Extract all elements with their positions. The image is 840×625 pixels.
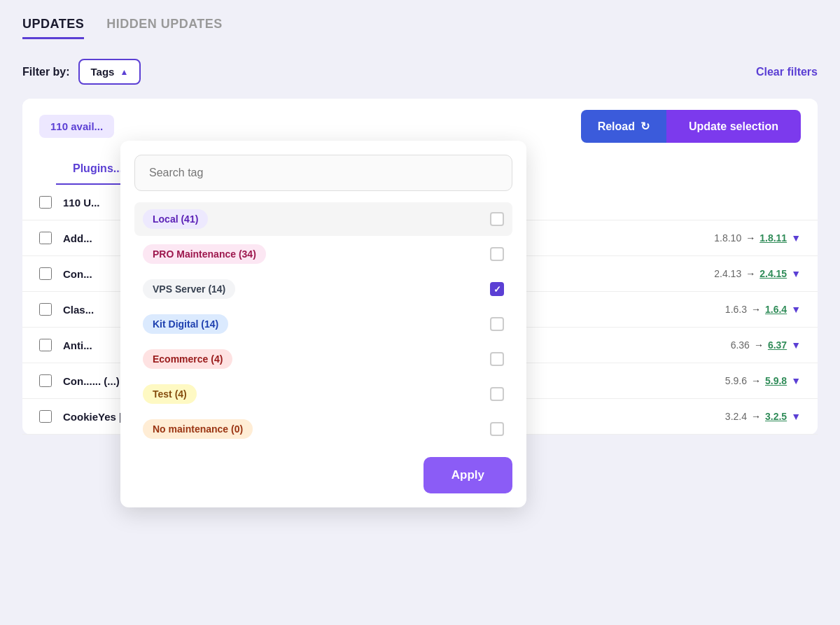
tag-badge-vps-server: VPS Server (14) <box>143 279 235 299</box>
version-to-4: 1.6.4 <box>765 304 787 315</box>
row-checkbox-7[interactable] <box>39 410 52 423</box>
version-to-5: 6.37 <box>768 339 787 351</box>
tag-item-ecommerce[interactable]: Ecommerce (4) <box>134 342 512 376</box>
row-checkbox-3[interactable] <box>39 267 52 280</box>
tag-item-kit-digital[interactable]: Kit Digital (14) <box>134 307 512 341</box>
version-info-4: 1.6.3 → 1.6.4 ▼ <box>725 304 801 315</box>
version-from-7: 3.2.4 <box>725 411 747 422</box>
tag-badge-pro-maintenance: PRO Maintenance (34) <box>143 244 266 264</box>
arrow-icon-6: → <box>751 375 761 386</box>
dropdown-arrow-6[interactable]: ▼ <box>791 375 801 386</box>
search-input-wrap <box>134 155 512 191</box>
tab-updates[interactable]: UPDATES <box>22 17 84 39</box>
version-info-3: 2.4.13 → 2.4.15 ▼ <box>714 268 801 279</box>
arrow-icon-5: → <box>754 339 764 351</box>
version-from-4: 1.6.3 <box>725 304 747 315</box>
row-checkbox-4[interactable] <box>39 303 52 316</box>
available-count: 110 avail... <box>39 115 114 138</box>
row-checkbox-5[interactable] <box>39 339 52 351</box>
reload-label: Reload <box>598 120 635 133</box>
version-from-2: 1.8.10 <box>714 232 741 244</box>
tag-checkbox-kit-digital[interactable] <box>490 317 504 331</box>
plugins-label: Plugins... <box>73 162 122 174</box>
dropdown-arrow-4[interactable]: ▼ <box>791 304 801 315</box>
tag-item-pro-maintenance[interactable]: PRO Maintenance (34) <box>134 237 512 271</box>
dropdown-arrow-7[interactable]: ▼ <box>791 411 801 422</box>
arrow-icon-7: → <box>751 411 761 422</box>
tag-checkbox-no-maintenance[interactable] <box>490 422 504 436</box>
version-from-3: 2.4.13 <box>714 268 741 279</box>
dropdown-arrow-3[interactable]: ▼ <box>791 268 801 279</box>
apply-row: Apply <box>134 457 512 493</box>
version-info-6: 5.9.6 → 5.9.8 ▼ <box>725 375 801 386</box>
action-buttons: Reload ↻ Update selection <box>581 110 801 143</box>
row-checkbox-1[interactable] <box>39 196 52 209</box>
chevron-up-icon: ▲ <box>120 67 128 77</box>
version-to-2: 1.8.11 <box>760 232 787 244</box>
arrow-icon-3: → <box>746 268 755 279</box>
filter-bar: Filter by: Tags ▲ Clear filters <box>22 59 818 85</box>
main-content: 110 avail... Reload ↻ Update selection P… <box>22 99 818 435</box>
apply-button[interactable]: Apply <box>424 457 512 493</box>
version-from-5: 6.36 <box>731 339 750 351</box>
tag-badge-kit-digital: Kit Digital (14) <box>143 314 228 334</box>
tags-button-label: Tags <box>91 66 115 78</box>
tags-dropdown: Local (41) PRO Maintenance (34) VPS Serv… <box>120 141 526 507</box>
reload-icon: ↻ <box>640 120 650 133</box>
tab-hidden-updates[interactable]: HIDDEN UPDATES <box>106 17 223 39</box>
arrow-icon-4: → <box>751 304 761 315</box>
version-to-7: 3.2.5 <box>765 411 787 422</box>
filter-label: Filter by: <box>22 66 70 78</box>
search-tag-input[interactable] <box>134 155 512 191</box>
version-info-7: 3.2.4 → 3.2.5 ▼ <box>725 411 801 422</box>
dropdown-arrow-5[interactable]: ▼ <box>791 339 801 351</box>
tabs-bar: UPDATES HIDDEN UPDATES <box>22 17 818 39</box>
tag-item-no-maintenance[interactable]: No maintenance (0) <box>134 412 512 446</box>
reload-button[interactable]: Reload ↻ <box>581 110 666 143</box>
tag-checkbox-ecommerce[interactable] <box>490 352 504 366</box>
tag-checkbox-local[interactable] <box>490 212 504 226</box>
tag-badge-ecommerce: Ecommerce (4) <box>143 349 232 369</box>
update-selection-button[interactable]: Update selection <box>666 110 801 143</box>
tag-badge-local: Local (41) <box>143 209 208 229</box>
tags-dropdown-button[interactable]: Tags ▲ <box>78 59 141 85</box>
tag-checkbox-test[interactable] <box>490 387 504 401</box>
version-to-6: 5.9.8 <box>765 375 787 386</box>
row-checkbox-2[interactable] <box>39 232 52 244</box>
tag-badge-no-maintenance: No maintenance (0) <box>143 419 253 439</box>
version-from-6: 5.9.6 <box>725 375 747 386</box>
tag-item-local[interactable]: Local (41) <box>134 202 512 236</box>
version-to-3: 2.4.15 <box>760 268 787 279</box>
dropdown-arrow-2[interactable]: ▼ <box>791 232 801 244</box>
version-info-5: 6.36 → 6.37 ▼ <box>731 339 801 351</box>
tag-badge-test: Test (4) <box>143 384 197 404</box>
tag-checkbox-vps-server[interactable] <box>490 282 504 296</box>
tag-item-test[interactable]: Test (4) <box>134 377 512 411</box>
tag-checkbox-pro-maintenance[interactable] <box>490 247 504 261</box>
clear-filters-button[interactable]: Clear filters <box>756 66 818 78</box>
version-info-2: 1.8.10 → 1.8.11 ▼ <box>714 232 801 244</box>
filter-left: Filter by: Tags ▲ <box>22 59 141 85</box>
tag-item-vps-server[interactable]: VPS Server (14) <box>134 272 512 306</box>
arrow-icon-2: → <box>746 232 755 244</box>
row-checkbox-6[interactable] <box>39 374 52 387</box>
tag-list: Local (41) PRO Maintenance (34) VPS Serv… <box>134 202 512 446</box>
